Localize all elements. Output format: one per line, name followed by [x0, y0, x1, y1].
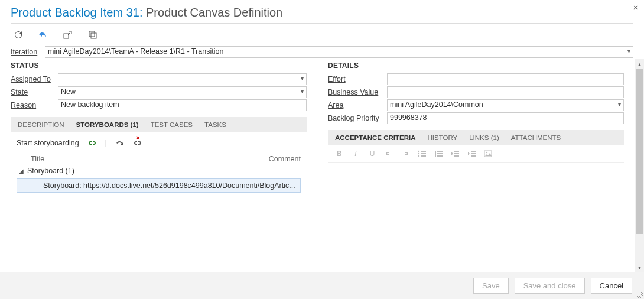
business-value-label: Business Value: [328, 88, 387, 96]
assigned-to-field[interactable]: ▾: [58, 73, 307, 85]
resize-grip-icon[interactable]: [636, 291, 643, 298]
svg-rect-1: [89, 31, 95, 37]
chevron-down-icon: ▾: [618, 101, 621, 108]
svg-point-5: [418, 153, 419, 154]
state-label: State: [11, 88, 58, 96]
storyboard-item[interactable]: Storyboard: https://d.docs.live.net/526d…: [17, 178, 301, 193]
svg-rect-16: [471, 151, 476, 152]
left-tabs: DESCRIPTION STORYBOARDS (1) TEST CASES T…: [11, 117, 307, 132]
link-icon[interactable]: [383, 149, 394, 158]
collapse-icon: ◢: [19, 168, 24, 174]
reason-label: Reason: [11, 101, 58, 109]
scroll-up-icon[interactable]: ▴: [635, 59, 644, 69]
business-value-field[interactable]: [387, 86, 624, 98]
toolbar: [0, 24, 644, 44]
details-heading: DETAILS: [328, 61, 624, 70]
svg-point-20: [486, 152, 487, 153]
underline-icon[interactable]: U: [367, 149, 378, 158]
area-label: Area: [328, 101, 387, 109]
link-to-icon[interactable]: [63, 30, 73, 40]
svg-rect-10: [437, 153, 443, 154]
svg-point-7: [418, 155, 419, 157]
col-comment: Comment: [248, 155, 301, 163]
copy-icon[interactable]: [87, 30, 98, 40]
svg-rect-8: [421, 155, 426, 157]
right-tabs: ACCEPTANCE CRITERIA HISTORY LINKS (1) AT…: [328, 130, 624, 145]
svg-rect-14: [454, 153, 459, 154]
tab-description[interactable]: DESCRIPTION: [17, 119, 66, 131]
undo-icon[interactable]: [38, 30, 48, 40]
bullet-list-icon[interactable]: [417, 149, 427, 158]
area-value: mini AgileDay2014\Common: [390, 100, 483, 109]
svg-rect-18: [471, 155, 476, 157]
numbered-list-icon[interactable]: [433, 149, 444, 158]
area-field[interactable]: mini AgileDay2014\Common ▾: [387, 99, 624, 111]
storyboard-group[interactable]: ◢ Storyboard (1): [11, 165, 307, 177]
tab-tasks[interactable]: TASKS: [203, 119, 227, 131]
svg-rect-2: [91, 33, 96, 38]
page-title: Product Backlog Item 31: Product Canvas …: [0, 0, 644, 23]
vertical-scrollbar[interactable]: ▴ ▾: [635, 59, 644, 272]
scroll-thumb[interactable]: [636, 69, 643, 234]
refresh-icon[interactable]: [13, 30, 24, 40]
effort-field[interactable]: [387, 73, 624, 85]
status-heading: STATUS: [11, 61, 307, 70]
start-storyboarding-link[interactable]: Start storyboarding: [17, 139, 79, 147]
iteration-value: mini AgileDay2014\TeamA - Release 1\R1 -…: [48, 47, 223, 56]
svg-rect-0: [64, 34, 69, 38]
add-link-icon[interactable]: [87, 138, 97, 148]
chevron-down-icon: ▾: [627, 48, 630, 54]
iteration-label: Iteration: [11, 48, 45, 56]
col-title: Title: [31, 155, 248, 163]
rich-text-toolbar: B I U: [328, 145, 624, 162]
state-value: New: [61, 87, 76, 96]
save-and-close-button[interactable]: Save and close: [515, 278, 585, 294]
backlog-priority-value: 999968378: [390, 113, 427, 122]
svg-rect-4: [421, 151, 426, 152]
svg-rect-9: [437, 151, 443, 152]
iteration-field[interactable]: mini AgileDay2014\TeamA - Release 1\R1 -…: [45, 46, 633, 58]
effort-label: Effort: [328, 75, 387, 83]
reason-value: New backlog item: [61, 100, 119, 109]
svg-rect-13: [454, 151, 459, 152]
remove-link-icon[interactable]: ×: [133, 138, 142, 148]
svg-rect-11: [437, 155, 443, 157]
image-icon[interactable]: [483, 149, 493, 158]
indent-icon[interactable]: [466, 149, 477, 158]
save-button[interactable]: Save: [473, 278, 509, 294]
backlog-priority-label: Backlog Priority: [328, 114, 387, 122]
acceptance-criteria-editor[interactable]: [328, 162, 624, 262]
footer: Save Save and close Cancel: [0, 272, 644, 299]
tab-test-cases[interactable]: TEST CASES: [149, 119, 194, 131]
svg-rect-17: [471, 153, 476, 154]
separator: |: [105, 139, 107, 147]
close-icon[interactable]: ×: [633, 2, 638, 12]
tab-history[interactable]: HISTORY: [427, 132, 459, 144]
svg-rect-15: [454, 155, 459, 157]
italic-icon[interactable]: I: [350, 149, 361, 158]
storyboard-group-label: Storyboard (1): [27, 167, 74, 175]
svg-rect-12: [435, 151, 436, 157]
open-link-icon[interactable]: [115, 138, 125, 148]
bold-icon[interactable]: B: [334, 149, 344, 158]
assigned-to-label: Assigned To: [11, 75, 58, 83]
chevron-down-icon: ▾: [301, 75, 304, 82]
svg-point-3: [418, 151, 419, 152]
tab-storyboards[interactable]: STORYBOARDS (1): [75, 119, 140, 131]
outdent-icon[interactable]: [450, 149, 460, 158]
tab-attachments[interactable]: ATTACHMENTS: [510, 132, 562, 144]
backlog-priority-field[interactable]: 999968378: [387, 112, 624, 124]
chevron-down-icon: ▾: [301, 88, 304, 95]
svg-rect-6: [421, 153, 426, 154]
work-item-type: Product Backlog Item 31:: [11, 6, 146, 19]
scroll-down-icon[interactable]: ▾: [635, 262, 644, 272]
tab-links[interactable]: LINKS (1): [468, 132, 500, 144]
reason-field[interactable]: New backlog item: [58, 99, 307, 111]
cancel-button[interactable]: Cancel: [591, 278, 632, 294]
state-field[interactable]: New ▾: [58, 86, 307, 98]
unlink-icon[interactable]: [400, 149, 411, 158]
work-item-title: Product Canvas Definition: [146, 6, 282, 19]
tab-acceptance-criteria[interactable]: ACCEPTANCE CRITERIA: [334, 132, 417, 144]
